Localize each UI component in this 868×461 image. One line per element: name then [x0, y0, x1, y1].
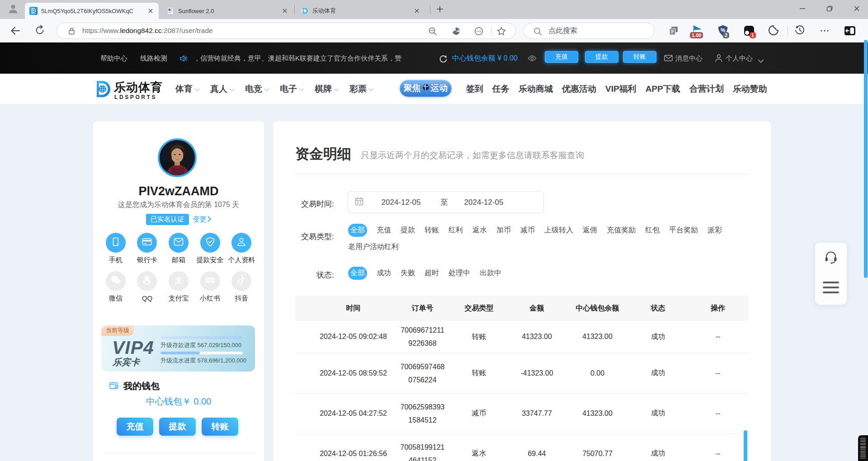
nav-link-优惠活动[interactable]: 优惠活动: [562, 83, 596, 95]
avatar[interactable]: [158, 138, 197, 177]
eye-icon[interactable]: [528, 55, 537, 63]
type-filter-老用户活动红利[interactable]: 老用户活动红利: [348, 240, 399, 254]
sidebar-item-QQ[interactable]: QQ: [132, 271, 163, 303]
wallet-withdraw-button[interactable]: 提款: [159, 418, 196, 436]
table-scrollbar-thumb[interactable]: [744, 430, 747, 461]
browser-tab[interactable]: 乐动体育: [296, 3, 429, 19]
nav-link-VIP福利[interactable]: VIP福利: [605, 83, 637, 95]
type-filter-返佣[interactable]: 返佣: [583, 224, 597, 237]
history-button[interactable]: [794, 24, 806, 38]
date-range-input[interactable]: 2024-12-05 至 2024-12-05: [348, 191, 544, 213]
status-filter-全部[interactable]: 全部: [348, 267, 367, 280]
collections-button[interactable]: [668, 25, 679, 38]
browser-tab[interactable]: Sunflower 2.0: [162, 3, 293, 19]
nav-link-APP下载[interactable]: APP下载: [646, 83, 680, 95]
nav-link-乐动赞助[interactable]: 乐动赞助: [733, 83, 767, 95]
type-filter-红利[interactable]: 红利: [448, 224, 463, 237]
nav-menu-体育[interactable]: 体育: [175, 83, 200, 95]
tab-close-icon[interactable]: [281, 7, 288, 14]
type-filter-平台奖励[interactable]: 平台奖励: [669, 224, 698, 237]
table-row: 2024-12-05 09:02:48700696712119226368转账4…: [295, 321, 748, 353]
wallet-transfer-button[interactable]: 转账: [202, 418, 238, 436]
sidebar-item-手机[interactable]: 手机: [100, 233, 132, 264]
browser-profile-button[interactable]: [5, 2, 22, 17]
tracking-prevention-icon[interactable]: [451, 26, 461, 38]
window-close-button[interactable]: [846, 0, 867, 19]
favorite-button[interactable]: [496, 26, 506, 38]
url-text[interactable]: https://www.ledong842.cc:2087/user/trade: [82, 27, 213, 35]
sidebar-item-小红书[interactable]: 小红书小红书: [194, 271, 226, 303]
nav-link-签到[interactable]: 签到: [466, 83, 483, 95]
sidebar-item-抖音[interactable]: 抖音: [226, 271, 257, 303]
more-options-icon[interactable]: [474, 26, 484, 38]
browser-tab[interactable]: 5LmQ5Yqo5L2T6IKyfOS5kOWKqC: [25, 3, 159, 19]
status-filter-处理中[interactable]: 处理中: [448, 267, 470, 280]
nav-link-合营计划[interactable]: 合营计划: [689, 83, 724, 95]
tab-close-icon[interactable]: [147, 7, 154, 14]
headset-icon[interactable]: [824, 250, 838, 266]
table-cell: 41323.00: [566, 321, 628, 353]
nav-menu-真人[interactable]: 真人: [210, 83, 235, 95]
status-filter-出款中[interactable]: 出款中: [480, 267, 501, 280]
focus-sport-button[interactable]: 聚焦 运动: [400, 80, 452, 97]
nav-menu-电子[interactable]: 电子: [280, 83, 304, 95]
window-restore-button[interactable]: [819, 0, 840, 19]
back-button[interactable]: [10, 25, 21, 38]
status-filter-成功[interactable]: 成功: [377, 267, 391, 280]
profile-avatar-icon: [7, 3, 19, 16]
type-filter-派彩[interactable]: 派彩: [708, 224, 722, 237]
type-filter-加币[interactable]: 加币: [496, 224, 511, 237]
status-filter-超时[interactable]: 超时: [425, 267, 439, 280]
nav-link-乐动商城[interactable]: 乐动商城: [519, 83, 553, 95]
sidebar-item-提款安全[interactable]: 提款安全: [194, 233, 226, 264]
topbar-transfer-button[interactable]: 转账: [623, 51, 656, 63]
menu-icon-line[interactable]: [823, 287, 839, 288]
tab-close-icon[interactable]: [413, 7, 420, 14]
zoom-out-icon[interactable]: [428, 26, 438, 38]
type-filter-充值奖励[interactable]: 充值奖励: [607, 224, 636, 237]
page-scrollbar-thumb[interactable]: [864, 40, 868, 278]
sidebar-item-银行卡[interactable]: 银行卡: [132, 233, 163, 264]
change-link[interactable]: 变更: [193, 215, 212, 224]
menu-icon-line[interactable]: [823, 292, 839, 293]
reload-button[interactable]: [34, 25, 45, 38]
nav-menu-棋牌[interactable]: 棋牌: [315, 83, 339, 95]
nav-menu-彩票[interactable]: 彩票: [349, 83, 374, 95]
refresh-balance-icon[interactable]: [439, 54, 448, 65]
type-filter-全部[interactable]: 全部: [348, 224, 367, 237]
sidebar-item-个人资料[interactable]: 个人资料: [226, 233, 257, 264]
wallet-deposit-button[interactable]: 充值: [117, 418, 153, 436]
settings-menu-button[interactable]: [819, 25, 830, 38]
personal-center-link[interactable]: 个人中心: [726, 54, 753, 63]
topbar-withdraw-button[interactable]: 提款: [585, 51, 618, 63]
menu-icon-line[interactable]: [823, 282, 839, 283]
type-filter-转账[interactable]: 转账: [425, 224, 439, 237]
type-filter-返水[interactable]: 返水: [472, 224, 487, 237]
topbar-deposit-button[interactable]: 充值: [545, 51, 578, 63]
extensions-cookie-button[interactable]: [768, 24, 779, 38]
sidebar-toggle-button[interactable]: [844, 24, 856, 39]
date-from-value[interactable]: 2024-12-05: [363, 198, 439, 207]
sidebar-item-支付宝[interactable]: 支支付宝: [163, 271, 194, 303]
message-center-link[interactable]: 消息中心: [675, 54, 703, 63]
date-to-value[interactable]: 2024-12-05: [450, 198, 518, 207]
sidebar-item-邮箱[interactable]: 邮箱: [163, 233, 194, 264]
brand-name[interactable]: 乐动体育: [114, 80, 163, 95]
help-center-link[interactable]: 帮助中心: [100, 54, 127, 63]
line-check-link[interactable]: 线路检测: [140, 54, 167, 63]
window-minimize-button[interactable]: [792, 0, 813, 19]
ld-logo-icon[interactable]: [92, 79, 113, 101]
new-tab-button[interactable]: [434, 4, 446, 16]
tab-title: Sunflower 2.0: [178, 8, 278, 14]
type-filter-红包[interactable]: 红包: [645, 224, 660, 237]
type-filter-上级转入[interactable]: 上级转入: [544, 224, 573, 237]
type-filter-减币[interactable]: 减币: [520, 224, 535, 237]
status-filter-失败[interactable]: 失败: [401, 267, 415, 280]
sidebar-item-微信[interactable]: 微信: [100, 271, 132, 303]
nav-menu-电竞[interactable]: 电竞: [245, 83, 269, 95]
page-search-box[interactable]: 点此搜索: [524, 23, 655, 39]
type-filter-充值[interactable]: 充值: [377, 224, 391, 237]
type-filter-提款[interactable]: 提款: [401, 224, 415, 237]
nav-link-任务[interactable]: 任务: [492, 83, 509, 95]
address-bar[interactable]: https://www.ledong842.cc:2087/user/trade: [57, 23, 516, 39]
